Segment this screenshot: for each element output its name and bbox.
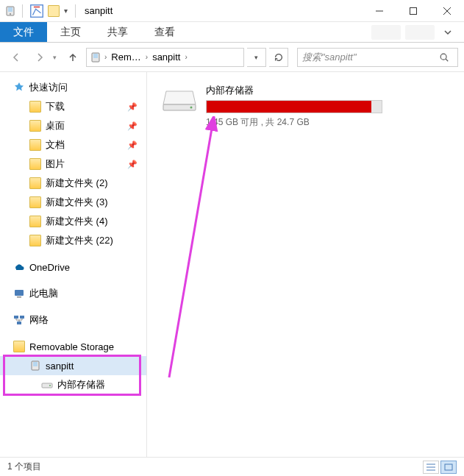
up-button[interactable] [63,47,83,68]
sidebar-this-pc[interactable]: 此电脑 [0,284,146,303]
breadcrumb-sep-icon[interactable]: › [103,53,108,61]
sidebar-item-label: OneDrive [29,262,70,273]
search-icon[interactable] [435,52,453,63]
svg-line-23 [169,120,213,377]
cloud-icon [13,261,25,273]
tab-view[interactable]: 查看 [141,22,188,42]
view-buttons [423,461,457,474]
blurred-region [371,25,401,40]
sidebar-item-label: 新建文件夹 (4) [46,215,108,228]
svg-rect-12 [15,290,24,296]
drive-item-internal-storage[interactable]: 内部存储器 1.45 GB 可用 , 共 24.7 GB [162,84,464,129]
folder-icon [13,341,25,352]
qat-divider [22,4,23,18]
sidebar-item-label: 网络 [29,313,49,327]
address-history-button[interactable]: ▾ [247,48,266,67]
navigation-pane: 快速访问 下载 📌 桌面 📌 文档 📌 图片 📌 [0,72,147,457]
sidebar-item-desktop[interactable]: 桌面 📌 [0,116,146,135]
svg-point-20 [49,385,51,386]
sidebar-network[interactable]: 网络 [0,310,146,330]
blurred-region [405,25,435,40]
svg-rect-15 [20,316,24,319]
sidebar-item-folder[interactable]: 新建文件夹 (4) [0,212,146,231]
status-item-count: 1 个项目 [7,461,41,473]
svg-point-10 [440,54,446,60]
svg-rect-13 [17,296,21,298]
svg-rect-5 [410,7,417,14]
qat-divider-2 [75,4,76,18]
folder-icon [29,120,41,132]
ribbon-right [371,22,464,42]
star-icon [13,82,25,93]
svg-line-11 [446,59,448,61]
drive-icon [41,379,53,391]
network-icon [13,314,25,326]
forward-button[interactable] [29,47,50,68]
sidebar-item-label: 内部存储器 [57,378,105,391]
sidebar-quick-access[interactable]: 快速访问 [0,78,146,97]
sidebar-item-sanpitt[interactable]: sanpitt [0,356,146,375]
sidebar-item-label: 新建文件夹 (22) [46,234,113,247]
svg-rect-16 [17,322,21,324]
sidebar-item-label: 图片 [46,157,65,171]
folder-icon [29,158,41,170]
sidebar-item-folder[interactable]: 新建文件夹 (22) [0,231,146,250]
breadcrumb-sep-icon[interactable]: › [183,53,188,61]
qat-dropdown-icon[interactable]: ▾ [64,7,68,15]
file-tab[interactable]: 文件 [0,22,47,42]
drive-name: 内部存储器 [206,84,382,97]
navigation-bar: ▾ › Rem… › sanpitt › ▾ [0,43,464,72]
drive-stats: 1.45 GB 可用 , 共 24.7 GB [206,116,382,129]
window-controls [363,0,464,22]
ribbon-tabs: 文件 主页 共享 查看 [0,22,464,43]
folder-icon [29,101,41,113]
tab-home[interactable]: 主页 [47,22,94,42]
content-pane[interactable]: 内部存储器 1.45 GB 可用 , 共 24.7 GB [147,72,464,457]
view-large-icons-button[interactable] [440,461,457,474]
view-details-button[interactable] [423,461,439,474]
svg-point-22 [190,107,193,109]
breadcrumb-segment[interactable]: Rem… [108,51,143,63]
qat-properties-icon[interactable] [29,3,45,19]
address-device-icon [90,51,101,63]
refresh-button[interactable] [269,48,288,67]
recent-locations-icon[interactable]: ▾ [53,54,57,61]
search-box[interactable] [297,48,458,67]
sidebar-onedrive[interactable]: OneDrive [0,257,146,277]
close-button[interactable] [430,0,464,22]
svg-point-2 [10,13,11,15]
ribbon-collapse-icon[interactable] [439,24,457,41]
sidebar-item-label: 新建文件夹 (2) [46,177,108,190]
sidebar-item-label: 快速访问 [29,81,68,94]
back-button[interactable] [6,47,26,68]
minimize-button[interactable] [363,0,396,22]
sidebar-item-internal-storage[interactable]: 内部存储器 [0,375,146,394]
sidebar-item-folder[interactable]: 新建文件夹 (2) [0,174,146,193]
sidebar-item-downloads[interactable]: 下载 📌 [0,97,146,116]
sidebar-item-label: sanpitt [46,360,74,372]
device-icon [4,5,16,17]
sidebar-item-label: 文档 [46,138,65,152]
status-bar: 1 个项目 [0,457,464,476]
address-bar[interactable]: › Rem… › sanpitt › [86,48,244,67]
folder-icon [29,139,41,151]
breadcrumb-sep-icon[interactable]: › [144,53,149,61]
sidebar-item-folder[interactable]: 新建文件夹 (3) [0,193,146,212]
storage-bar [206,100,382,113]
folder-icon [29,196,41,208]
window-title: sanpitt [85,5,113,16]
body: 快速访问 下载 📌 桌面 📌 文档 📌 图片 📌 [0,72,464,457]
sidebar-item-pictures[interactable]: 图片 📌 [0,154,146,174]
annotation-arrow [162,116,221,381]
qat-folder-icon[interactable] [48,5,60,17]
maximize-button[interactable] [396,0,430,22]
pin-icon: 📌 [127,160,138,169]
breadcrumb-segment[interactable]: sanpitt [149,51,183,63]
svg-rect-27 [445,464,452,470]
device-icon [29,360,41,372]
tab-share[interactable]: 共享 [94,22,141,42]
sidebar-item-documents[interactable]: 文档 📌 [0,135,146,154]
search-input[interactable] [302,51,435,63]
folder-icon [29,177,41,189]
sidebar-removable-storage[interactable]: Removable Storage [0,337,146,356]
